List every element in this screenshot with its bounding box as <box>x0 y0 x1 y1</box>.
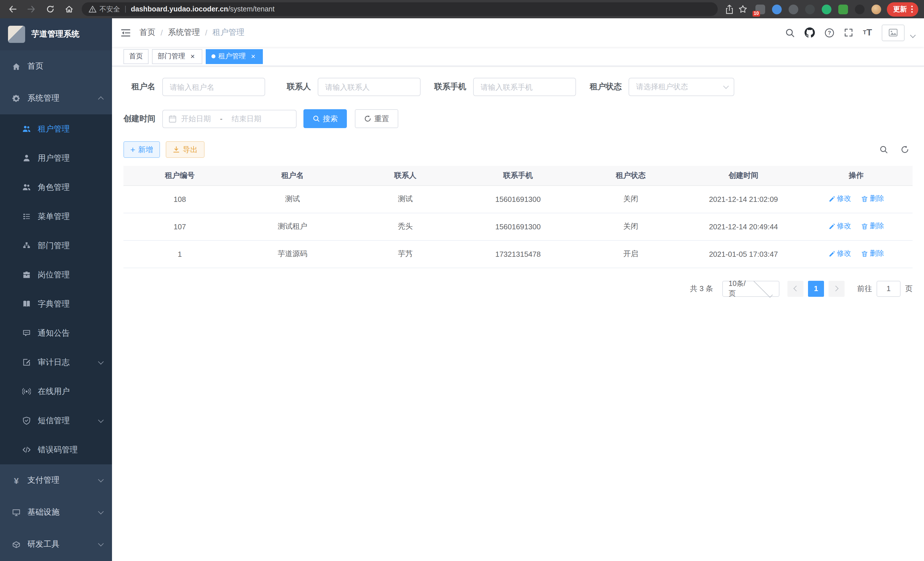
cell-name: 测试租户 <box>236 213 349 240</box>
tab-dept[interactable]: 部门管理 <box>152 49 202 64</box>
breadcrumb-home[interactable]: 首页 <box>140 27 155 38</box>
mobile-input[interactable] <box>473 78 576 96</box>
delete-link[interactable]: 删除 <box>861 194 884 204</box>
table-toolbar: 新增 导出 <box>123 141 913 158</box>
font-size-icon[interactable] <box>863 28 872 37</box>
sidebar-item-notice[interactable]: 通知公告 <box>0 319 112 348</box>
close-icon[interactable] <box>189 52 196 60</box>
sidebar-item-tenant[interactable]: 租户管理 <box>0 114 112 144</box>
fullscreen-icon[interactable] <box>844 28 853 37</box>
search-icon[interactable] <box>785 28 795 38</box>
extension-icon[interactable] <box>772 4 782 14</box>
page-size-select[interactable]: 10条/页 <box>722 281 779 296</box>
chevron-down-icon <box>98 477 104 482</box>
sidebar-item-dept[interactable]: 部门管理 <box>0 231 112 260</box>
date-range-picker[interactable]: 开始日期 - 结束日期 <box>162 110 297 128</box>
cell-created: 2021-01-05 17:03:47 <box>687 240 800 268</box>
column-header: 租户状态 <box>574 166 687 185</box>
tab-home[interactable]: 首页 <box>123 49 148 64</box>
filter-row-2: 创建时间 开始日期 - 结束日期 搜索 <box>123 109 913 128</box>
chevron-right-icon <box>833 286 838 291</box>
update-button[interactable]: 更新 <box>887 2 918 16</box>
bookmark-star-icon[interactable] <box>736 2 750 16</box>
help-icon[interactable]: ? <box>825 28 834 38</box>
close-icon[interactable] <box>249 52 257 60</box>
pagination: 共 3 条 10条/页 1 前往 页 <box>123 281 913 296</box>
sidebar-item-pay[interactable]: ¥ 支付管理 <box>0 464 112 496</box>
table-row: 108 测试 测试 15601691300 关闭 2021-12-14 21:0… <box>123 185 913 213</box>
field-label: 创建时间 <box>123 114 162 124</box>
contact-input[interactable] <box>318 78 421 96</box>
tab-tenant[interactable]: 租户管理 <box>206 49 263 64</box>
reset-button[interactable]: 重置 <box>355 109 398 128</box>
edit-link[interactable]: 修改 <box>828 222 851 231</box>
share-icon[interactable] <box>722 2 736 16</box>
user-avatar[interactable] <box>882 24 904 41</box>
breadcrumb-current: 租户管理 <box>213 27 244 38</box>
extension-icon[interactable] <box>805 4 815 14</box>
sidebar-item-online[interactable]: 在线用户 <box>0 377 112 406</box>
add-button[interactable]: 新增 <box>123 141 160 158</box>
page-jump-input[interactable] <box>877 281 901 296</box>
chevron-down-icon <box>98 417 104 423</box>
extension-icon[interactable] <box>822 4 831 14</box>
chevron-down-icon[interactable] <box>910 32 916 38</box>
tenant-name-input[interactable] <box>162 78 265 96</box>
browser-profile-avatar[interactable] <box>872 4 881 14</box>
reload-icon[interactable] <box>44 2 57 16</box>
address-bar[interactable]: 不安全 dashboard.yudao.iocoder.cn /system/t… <box>82 2 718 16</box>
app-logo[interactable]: 芋道管理系统 <box>0 18 112 50</box>
briefcase-icon <box>22 270 32 280</box>
current-page[interactable]: 1 <box>808 281 824 296</box>
refresh-icon[interactable] <box>901 145 909 154</box>
home-icon[interactable] <box>62 2 76 16</box>
sidebar-toggle-icon[interactable] <box>121 28 131 37</box>
sidebar-item-audit[interactable]: 审计日志 <box>0 348 112 377</box>
main-area: 首页 / 系统管理 / 租户管理 ? <box>112 18 924 561</box>
tree-table-icon <box>22 212 32 221</box>
delete-link[interactable]: 删除 <box>861 249 884 259</box>
extension-icon[interactable] <box>838 4 848 14</box>
extension-adblock-icon[interactable]: 10 <box>755 4 765 14</box>
sidebar-item-infra[interactable]: 基础设施 <box>0 496 112 528</box>
edit-link[interactable]: 修改 <box>828 249 851 259</box>
toggle-search-icon[interactable] <box>879 145 888 154</box>
sidebar-item-role[interactable]: 角色管理 <box>0 173 112 202</box>
sidebar-item-system[interactable]: 系统管理 <box>0 82 112 114</box>
browser-menu-kebab-icon[interactable] <box>911 5 913 13</box>
breadcrumb-system[interactable]: 系统管理 <box>168 27 200 38</box>
sidebar-item-dict[interactable]: 字典管理 <box>0 289 112 319</box>
github-icon[interactable] <box>805 27 815 38</box>
sidebar-item-menu[interactable]: 菜单管理 <box>0 202 112 231</box>
jump-prefix: 前往 <box>857 283 872 294</box>
delete-link[interactable]: 删除 <box>861 222 884 231</box>
gear-icon <box>11 93 21 103</box>
sidebar-item-sms[interactable]: 短信管理 <box>0 406 112 435</box>
chevron-left-icon <box>794 286 799 291</box>
search-button[interactable]: 搜索 <box>303 109 347 128</box>
sidebar-item-errcode[interactable]: 错误码管理 <box>0 435 112 464</box>
status-select[interactable]: 请选择租户状态 <box>628 78 734 96</box>
table-toolbar-icons <box>879 145 913 154</box>
user-icon <box>22 153 32 163</box>
sidebar: 芋道管理系统 首页 系统管理 <box>0 18 112 561</box>
extension-icon[interactable] <box>855 4 865 14</box>
sidebar-item-devtools[interactable]: 研发工具 <box>0 528 112 560</box>
tabs-bar: 首页 部门管理 租户管理 <box>112 47 924 66</box>
sidebar-item-user[interactable]: 用户管理 <box>0 144 112 173</box>
export-button[interactable]: 导出 <box>166 141 205 158</box>
extension-icon[interactable] <box>789 4 798 14</box>
sidebar-item-home[interactable]: 首页 <box>0 50 112 82</box>
url-path: /system/tenant <box>228 5 274 13</box>
back-icon[interactable] <box>6 2 20 16</box>
cell-contact: 秃头 <box>349 213 462 240</box>
browser-nav-buttons <box>6 2 76 16</box>
sidebar-item-post[interactable]: 岗位管理 <box>0 260 112 289</box>
security-warning-icon[interactable] <box>88 5 97 13</box>
column-header: 联系手机 <box>462 166 574 185</box>
active-dot <box>212 54 215 58</box>
edit-link[interactable]: 修改 <box>828 194 851 204</box>
forward-icon[interactable] <box>25 2 38 16</box>
prev-page-button[interactable] <box>788 281 803 296</box>
next-page-button[interactable] <box>829 281 844 296</box>
